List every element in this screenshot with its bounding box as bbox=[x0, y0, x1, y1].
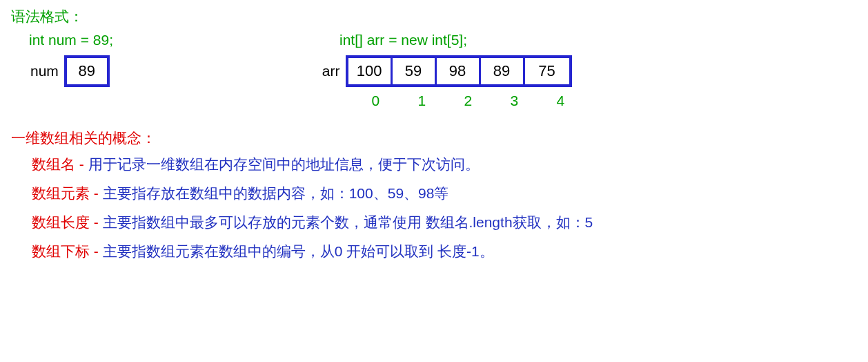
arr-label: arr bbox=[322, 63, 340, 79]
syntax-declarations: int num = 89; int[] arr = new int[5]; bbox=[29, 32, 857, 48]
arr-index-4: 4 bbox=[537, 93, 584, 109]
arr-cell-4: 75 bbox=[525, 58, 569, 84]
arr-index-1: 1 bbox=[399, 93, 445, 109]
concept-3-desc: 主要指数组元素在数组中的编号，从0 开始可以取到 长度-1。 bbox=[103, 243, 494, 259]
arr-cell-1: 59 bbox=[393, 58, 437, 84]
memory-diagram: num 89 arr 100 59 98 89 75 0 1 2 3 4 bbox=[30, 55, 857, 109]
var-box: 89 bbox=[64, 55, 110, 87]
concept-1-dash: - bbox=[90, 185, 103, 201]
concept-2: 数组长度 - 主要指数组中最多可以存放的元素个数，通常使用 数组名.length… bbox=[32, 213, 857, 232]
concept-3: 数组下标 - 主要指数组元素在数组中的编号，从0 开始可以取到 长度-1。 bbox=[32, 242, 857, 261]
arr-declaration: int[] arr = new int[5]; bbox=[339, 32, 467, 48]
concept-0: 数组名 - 用于记录一维数组在内存空间中的地址信息，便于下次访问。 bbox=[32, 155, 857, 174]
arr-indices: 0 1 2 3 4 bbox=[353, 93, 584, 109]
arr-cell-2: 98 bbox=[437, 58, 481, 84]
concept-1-term: 数组元素 bbox=[32, 185, 90, 201]
arr-cells: 100 59 98 89 75 bbox=[346, 55, 572, 87]
var-label: num bbox=[30, 63, 59, 79]
syntax-title: 语法格式： bbox=[11, 7, 857, 26]
array-block: arr 100 59 98 89 75 0 1 2 3 4 bbox=[322, 55, 584, 109]
concept-1-desc: 主要指存放在数组中的数据内容，如：100、59、98等 bbox=[103, 185, 449, 201]
concept-0-term: 数组名 bbox=[32, 156, 75, 172]
concept-2-term: 数组长度 bbox=[32, 214, 90, 230]
concept-2-dash: - bbox=[90, 214, 103, 230]
arr-index-3: 3 bbox=[491, 93, 537, 109]
concepts-title: 一维数组相关的概念： bbox=[11, 128, 857, 148]
arr-cell-0: 100 bbox=[348, 58, 393, 84]
arr-index-2: 2 bbox=[445, 93, 491, 109]
concept-0-desc: 用于记录一维数组在内存空间中的地址信息，便于下次访问。 bbox=[88, 156, 480, 172]
var-declaration: int num = 89; bbox=[29, 32, 339, 48]
concept-3-dash: - bbox=[90, 243, 103, 259]
var-value: 89 bbox=[79, 62, 95, 80]
concept-1: 数组元素 - 主要指存放在数组中的数据内容，如：100、59、98等 bbox=[32, 184, 857, 203]
concept-3-term: 数组下标 bbox=[32, 243, 90, 259]
arr-index-0: 0 bbox=[353, 93, 399, 109]
concept-2-desc: 主要指数组中最多可以存放的元素个数，通常使用 数组名.length获取，如：5 bbox=[103, 214, 593, 230]
single-var-block: num 89 bbox=[30, 55, 110, 87]
concept-0-dash: - bbox=[75, 156, 88, 172]
arr-cell-3: 89 bbox=[481, 58, 525, 84]
